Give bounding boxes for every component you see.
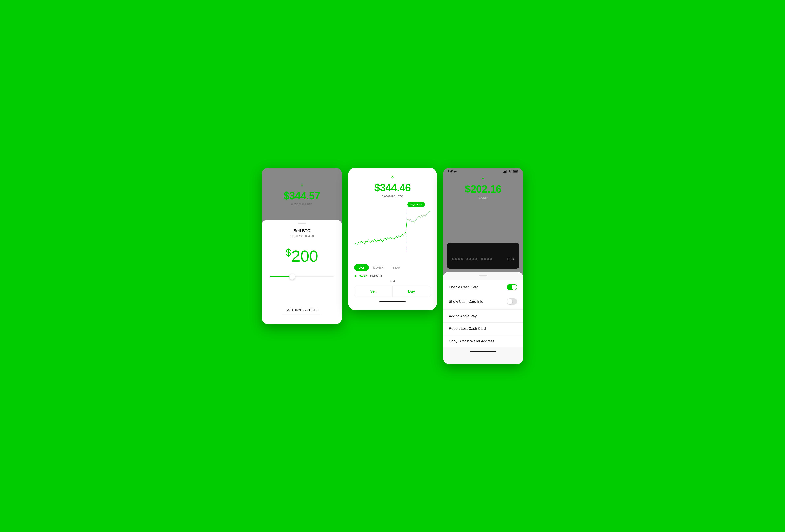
screen-btc-chart: ^ $344.46 0.05026901 BTC $6,637.92 (348, 167, 437, 310)
cash-card-home-indicator (470, 351, 496, 352)
chart-tooltip: $6,637.92 (407, 202, 425, 207)
chart-bottom-content: DAY MONTH YEAR ▲ 5.01% $6,852.38 Sell Bu… (348, 256, 437, 310)
screen-cash-card: 9:43 ▶ (443, 167, 523, 365)
show-cash-card-info-knob (507, 299, 512, 304)
add-to-apple-pay-label: Add to Apple Pay (449, 314, 477, 318)
card-dot-8 (476, 258, 477, 260)
dot-indicators (354, 281, 431, 282)
home-indicator (379, 301, 406, 302)
actions-section: Add to Apple Pay Report Lost Cash Card C… (443, 310, 523, 347)
cash-chevron-up-icon[interactable]: ^ (482, 177, 484, 181)
signal-bar-2 (504, 171, 505, 173)
signal-bar-1 (503, 172, 504, 173)
enable-cash-card-item[interactable]: Enable Cash Card (443, 280, 523, 294)
show-cash-card-info-label: Show Cash Card Info (449, 299, 483, 304)
dot-2 (393, 281, 395, 282)
card-dot-2 (455, 258, 457, 260)
cash-card-menu-sheet: Enable Cash Card Show Cash Card Info (443, 272, 523, 365)
signal-bar-4 (506, 170, 507, 173)
enable-cash-card-knob (512, 285, 517, 290)
drag-handle[interactable] (298, 223, 306, 224)
screens-container: ^ $344.57 0.05026901 BTC Sell BTC 1 BTC … (262, 167, 523, 365)
sell-button[interactable]: Sell (354, 286, 393, 297)
buy-button[interactable]: Buy (393, 286, 431, 297)
tab-month[interactable]: MONTH (369, 264, 388, 271)
current-price: $6,852.38 (370, 274, 382, 277)
svg-rect-3 (514, 170, 517, 172)
card-dot-7 (473, 258, 475, 260)
copy-bitcoin-wallet-item[interactable]: Copy Bitcoin Wallet Address (443, 335, 523, 347)
signal-bar-3 (505, 170, 506, 173)
slider-track[interactable] (270, 276, 334, 277)
show-cash-card-info-toggle[interactable] (507, 298, 517, 304)
sell-rate: 1 BTC = $6,854.50 (290, 234, 314, 238)
chart-top-section: ^ $344.46 0.05026901 BTC (348, 167, 437, 202)
copy-bitcoin-wallet-label: Copy Bitcoin Wallet Address (449, 339, 494, 343)
screen-sell-btc: ^ $344.57 0.05026901 BTC Sell BTC 1 BTC … (262, 167, 342, 324)
card-dot-3 (458, 258, 460, 260)
sell-btc-underline (282, 314, 322, 314)
add-to-apple-pay-item[interactable]: Add to Apple Pay (443, 310, 523, 323)
card-dot-5 (466, 258, 469, 260)
report-lost-cash-card-label: Report Lost Cash Card (449, 327, 486, 331)
sell-amount: $200 (286, 247, 318, 264)
battery-icon (513, 170, 518, 173)
cash-card: 6794 (447, 243, 519, 269)
slider-thumb[interactable] (289, 274, 295, 280)
show-cash-card-info-item[interactable]: Show Cash Card Info (443, 294, 523, 309)
enable-cash-card-toggle[interactable] (507, 284, 517, 290)
toggles-section: Enable Cash Card Show Cash Card Info (443, 280, 523, 309)
change-percent: 5.01% (359, 274, 368, 277)
time-tabs: DAY MONTH YEAR (354, 264, 431, 271)
card-dots-group-2 (466, 258, 477, 260)
sell-title: Sell BTC (294, 229, 310, 233)
enable-cash-card-label: Enable Cash Card (449, 285, 478, 289)
sell-btc-amount-label: Sell 0.02917791 BTC (282, 308, 322, 312)
action-buttons: Sell Buy (354, 286, 431, 297)
chart-stats-row: ▲ 5.01% $6,852.38 (354, 274, 431, 277)
cash-label: CASH (479, 196, 487, 199)
slider-fill (270, 276, 292, 277)
btc-balance-label: 0.05026901 BTC (291, 203, 312, 206)
chart-btc-label: 0.05026901 BTC (382, 195, 403, 198)
status-time: 9:43 (448, 169, 454, 173)
tab-day[interactable]: DAY (354, 264, 369, 271)
card-number-row: 6794 (452, 258, 514, 261)
card-dots-group-3 (481, 258, 492, 260)
card-dot-1 (452, 258, 454, 260)
chart-btc-amount: $344.46 (374, 182, 411, 193)
sell-dollar-sign: $ (286, 247, 291, 258)
cash-balance-amount: $202.16 (465, 183, 501, 195)
sell-btc-sheet: Sell BTC 1 BTC = $6,854.50 $200 Sell 0.0… (262, 220, 342, 324)
chart-chevron-up-icon[interactable]: ^ (391, 176, 394, 180)
card-dot-9 (481, 258, 483, 260)
chart-area: $6,637.92 (348, 202, 437, 256)
chevron-up-icon[interactable]: ^ (301, 184, 303, 188)
card-dot-11 (487, 258, 489, 260)
dot-1 (390, 281, 392, 282)
status-bar: 9:43 ▶ (443, 167, 523, 173)
cash-card-drag-handle[interactable] (479, 275, 487, 276)
card-dot-4 (461, 258, 463, 260)
btc-chart-svg (352, 208, 433, 256)
menu-separator (443, 309, 523, 310)
up-arrow-icon: ▲ (354, 274, 357, 277)
card-dot-10 (484, 258, 486, 260)
svg-rect-2 (518, 171, 518, 172)
card-dot-6 (470, 258, 472, 260)
report-lost-cash-card-item[interactable]: Report Lost Cash Card (443, 323, 523, 335)
status-icons (503, 170, 518, 173)
wifi-icon (508, 170, 512, 173)
location-icon: ▶ (455, 170, 456, 173)
btc-balance-amount: $344.57 (284, 190, 320, 202)
card-number-end: 6794 (507, 258, 514, 261)
tab-year[interactable]: YEAR (388, 264, 405, 271)
card-dot-12 (490, 258, 492, 260)
signal-bars-icon (503, 170, 507, 173)
sell-amount-value: 200 (291, 247, 318, 265)
status-bar-bg: 9:43 ▶ (443, 167, 523, 269)
chart-svg-container (352, 208, 433, 256)
card-dots-group-1 (452, 258, 463, 260)
btc-top-section: ^ $344.57 0.05026901 BTC (262, 167, 342, 220)
amount-slider-container (268, 276, 336, 277)
